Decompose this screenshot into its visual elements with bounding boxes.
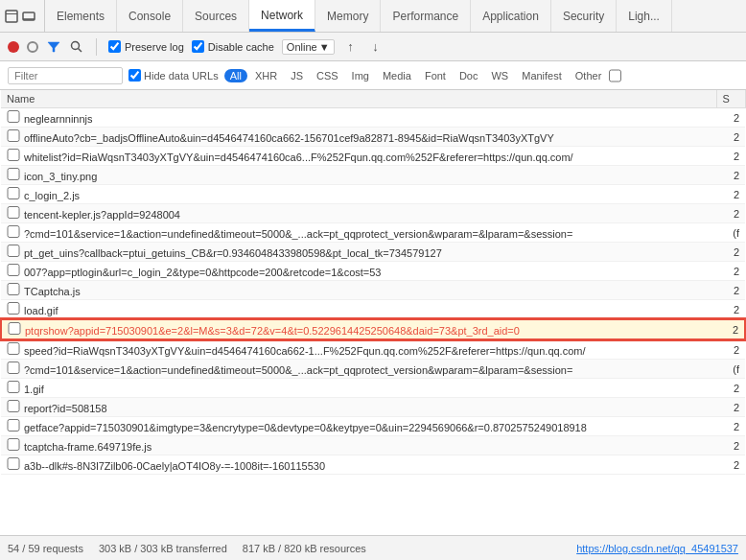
request-name-cell: ptqrshow?appid=715030901&e=2&l=M&s=3&d=7… bbox=[1, 319, 716, 339]
export-har-button[interactable]: ↓ bbox=[367, 38, 385, 56]
filter-manifest-button[interactable]: Manifest bbox=[516, 69, 568, 82]
row-checkbox[interactable] bbox=[7, 362, 20, 374]
tab-performance[interactable]: Performance bbox=[381, 0, 471, 32]
row-checkbox[interactable] bbox=[7, 206, 20, 219]
import-har-button[interactable]: ↑ bbox=[342, 38, 360, 56]
table-row[interactable]: ptqrshow?appid=715030901&e=2&l=M&s=3&d=7… bbox=[1, 319, 745, 339]
dock-icon[interactable] bbox=[4, 9, 19, 24]
request-size-cell: 2 bbox=[716, 300, 745, 320]
request-size-cell: (f bbox=[716, 223, 745, 243]
filter-xhr-button[interactable]: XHR bbox=[249, 69, 283, 82]
row-checkbox[interactable] bbox=[7, 264, 20, 276]
tab-application[interactable]: Application bbox=[471, 0, 551, 32]
table-row[interactable]: tencent-kepler.js?appId=92480042 bbox=[1, 204, 745, 223]
preserve-log-toggle[interactable]: Preserve log bbox=[108, 40, 184, 53]
request-size-cell: 2 bbox=[716, 398, 745, 417]
filter-other-button[interactable]: Other bbox=[570, 69, 608, 82]
disable-cache-toggle[interactable]: Disable cache bbox=[192, 40, 274, 53]
table-row[interactable]: neglearnninnjs2 bbox=[1, 108, 745, 128]
request-name-cell: tcaptcha-frame.649719fe.js bbox=[1, 436, 716, 455]
table-row[interactable]: TCaptcha.js2 bbox=[1, 281, 745, 300]
tab-console[interactable]: Console bbox=[117, 0, 183, 32]
tab-lighthouse[interactable]: Ligh... bbox=[617, 0, 672, 32]
svg-point-5 bbox=[72, 41, 80, 49]
tab-security[interactable]: Security bbox=[551, 0, 617, 32]
request-name-cell: tencent-kepler.js?appId=9248004 bbox=[1, 204, 716, 223]
table-row[interactable]: ?cmd=101&service=1&action=undefined&time… bbox=[1, 223, 745, 243]
request-name-cell: a3b--dlk#s-8N3l7Zilb06-0Caely|aOT4IO8y-=… bbox=[1, 455, 716, 475]
tab-sources[interactable]: Sources bbox=[183, 0, 249, 32]
table-row[interactable]: getface?appid=715030901&imgtype=3&encryt… bbox=[1, 417, 745, 436]
table-row[interactable]: report?id=5081582 bbox=[1, 398, 745, 417]
row-checkbox[interactable] bbox=[7, 110, 20, 123]
table-row[interactable]: pt_get_uins?callback=ptui_getuins_CB&r=0… bbox=[1, 243, 745, 262]
record-button[interactable] bbox=[8, 41, 19, 53]
filter-doc-button[interactable]: Doc bbox=[454, 69, 484, 82]
network-throttle-select[interactable]: Online ▼ bbox=[282, 39, 335, 55]
request-name-cell: ?cmd=101&service=1&action=undefined&time… bbox=[1, 360, 716, 379]
table-row[interactable]: load.gif2 bbox=[1, 300, 745, 320]
table-header-row: Name S bbox=[1, 90, 745, 108]
filter-media-button[interactable]: Media bbox=[377, 69, 417, 82]
request-name-cell: load.gif bbox=[1, 300, 716, 320]
row-checkbox[interactable] bbox=[8, 322, 21, 335]
table-row[interactable]: whitelist?id=RiaWqsnT3403yXTgVY&uin=d454… bbox=[1, 147, 745, 166]
row-checkbox[interactable] bbox=[7, 302, 20, 315]
network-table-container: Name S neglearnninnjs2offlineAuto?cb=_ba… bbox=[0, 90, 746, 535]
request-name-cell: ?cmd=101&service=1&action=undefined&time… bbox=[1, 223, 716, 243]
table-row[interactable]: 1.gif2 bbox=[1, 379, 745, 398]
table-row[interactable]: a3b--dlk#s-8N3l7Zilb06-0Caely|aOT4IO8y-=… bbox=[1, 455, 745, 475]
filter-type-buttons: All XHR JS CSS Img Media Font Doc WS Man… bbox=[224, 69, 622, 82]
row-checkbox[interactable] bbox=[7, 342, 20, 355]
request-size-cell: 2 bbox=[716, 455, 745, 475]
row-checkbox[interactable] bbox=[7, 419, 20, 432]
request-name-cell: neglearnninnjs bbox=[1, 108, 716, 128]
table-row[interactable]: 007?app=ptlogin&url=c_login_2&type=0&htt… bbox=[1, 262, 745, 281]
filter-ws-button[interactable]: WS bbox=[485, 69, 514, 82]
tab-elements[interactable]: Elements bbox=[45, 0, 117, 32]
network-toolbar: Preserve log Disable cache Online ▼ ↑ ↓ bbox=[0, 33, 746, 61]
filter-all-button[interactable]: All bbox=[224, 69, 247, 82]
filter-font-button[interactable]: Font bbox=[419, 69, 452, 82]
row-checkbox[interactable] bbox=[7, 245, 20, 257]
filter-img-button[interactable]: Img bbox=[346, 69, 375, 82]
size-column-header[interactable]: S bbox=[716, 90, 745, 108]
table-row[interactable]: ?cmd=101&service=1&action=undefined&time… bbox=[1, 360, 745, 379]
table-row[interactable]: tcaptcha-frame.649719fe.js2 bbox=[1, 436, 745, 455]
row-checkbox[interactable] bbox=[7, 283, 20, 295]
filter-js-button[interactable]: JS bbox=[285, 69, 309, 82]
tab-network[interactable]: Network bbox=[249, 0, 315, 32]
row-checkbox[interactable] bbox=[7, 381, 20, 393]
table-row[interactable]: offlineAuto?cb=_badjsOfflineAuto&uin=d45… bbox=[1, 128, 745, 147]
request-size-cell: 2 bbox=[716, 108, 745, 128]
hide-data-urls-toggle[interactable]: Hide data URLs bbox=[128, 69, 219, 82]
request-name-cell: whitelist?id=RiaWqsnT3403yXTgVY&uin=d454… bbox=[1, 147, 716, 166]
search-icon[interactable] bbox=[69, 39, 84, 55]
tab-bar-controls bbox=[4, 0, 45, 32]
stop-button[interactable] bbox=[27, 41, 38, 53]
filter-bar: Hide data URLs All XHR JS CSS Img Media … bbox=[0, 61, 746, 90]
row-checkbox[interactable] bbox=[7, 129, 20, 142]
filter-icon[interactable] bbox=[46, 39, 61, 55]
row-checkbox[interactable] bbox=[7, 457, 20, 470]
filter-css-button[interactable]: CSS bbox=[311, 69, 344, 82]
request-size-cell: 2 bbox=[716, 147, 745, 166]
name-column-header[interactable]: Name bbox=[1, 90, 716, 108]
table-row[interactable]: speed?id=RiaWqsnT3403yXTgVY&uin=d4546474… bbox=[1, 339, 745, 360]
table-row[interactable]: icon_3_tiny.png2 bbox=[1, 166, 745, 185]
row-checkbox[interactable] bbox=[7, 400, 20, 412]
filter-invert-checkbox[interactable] bbox=[609, 69, 621, 82]
row-checkbox[interactable] bbox=[7, 438, 20, 451]
tab-memory[interactable]: Memory bbox=[315, 0, 381, 32]
row-checkbox[interactable] bbox=[7, 168, 20, 180]
table-row[interactable]: c_login_2.js2 bbox=[1, 185, 745, 204]
row-checkbox[interactable] bbox=[7, 225, 20, 238]
request-size-cell: 2 bbox=[716, 185, 745, 204]
request-name-cell: TCaptcha.js bbox=[1, 281, 716, 300]
request-name-cell: pt_get_uins?callback=ptui_getuins_CB&r=0… bbox=[1, 243, 716, 262]
row-checkbox[interactable] bbox=[7, 187, 20, 199]
filter-input[interactable] bbox=[8, 67, 123, 84]
row-checkbox[interactable] bbox=[7, 149, 20, 161]
console-drawer-icon[interactable] bbox=[21, 9, 36, 24]
request-name-cell: 007?app=ptlogin&url=c_login_2&type=0&htt… bbox=[1, 262, 716, 281]
